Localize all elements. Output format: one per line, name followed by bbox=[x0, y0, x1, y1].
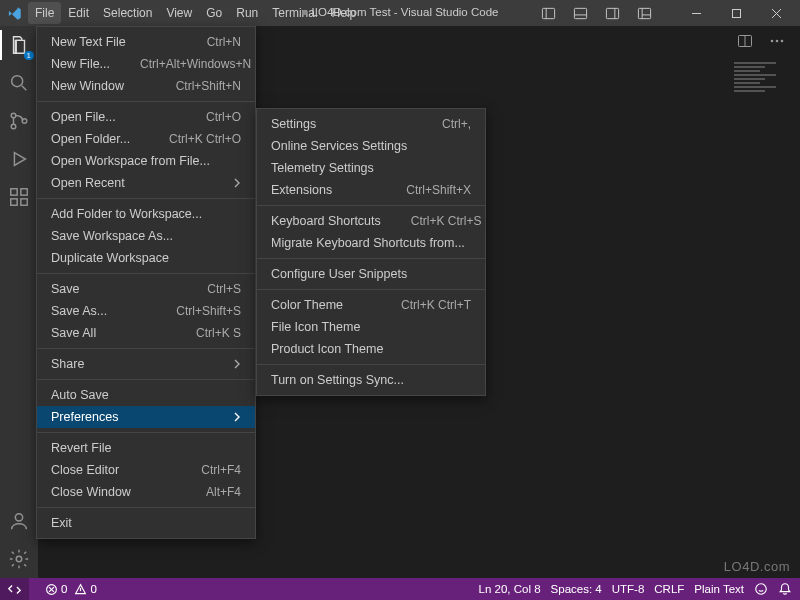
menu-separator bbox=[257, 289, 485, 290]
status-line-col[interactable]: Ln 20, Col 8 bbox=[479, 583, 541, 595]
activity-bar-bottom bbox=[0, 508, 38, 572]
feedback-icon[interactable] bbox=[754, 582, 768, 596]
file-menu-item[interactable]: Open File...Ctrl+O bbox=[37, 106, 255, 128]
file-menu-item[interactable]: Save AllCtrl+K S bbox=[37, 322, 255, 344]
svg-point-24 bbox=[16, 556, 22, 562]
editor-tab-actions bbox=[734, 26, 800, 56]
menu-help[interactable]: Help bbox=[325, 2, 364, 24]
statusbar: 0 0 Ln 20, Col 8 Spaces: 4 UTF-8 CRLF Pl… bbox=[0, 578, 800, 600]
menu-separator bbox=[37, 198, 255, 199]
prefs-menu-item[interactable]: Configure User Snippets bbox=[257, 263, 485, 285]
file-menu-item[interactable]: Save Workspace As... bbox=[37, 225, 255, 247]
menu-item-label: Extensions bbox=[271, 183, 332, 197]
menu-item-label: Color Theme bbox=[271, 298, 343, 312]
file-menu-item[interactable]: Exit bbox=[37, 512, 255, 534]
more-actions-icon[interactable] bbox=[766, 30, 788, 52]
svg-rect-19 bbox=[11, 189, 17, 195]
activity-bar-top: 1 bbox=[0, 32, 38, 210]
watermark-text: LO4D.com bbox=[724, 559, 790, 574]
svg-rect-4 bbox=[606, 8, 618, 18]
status-language[interactable]: Plain Text bbox=[694, 583, 744, 595]
menu-item-label: Save All bbox=[51, 326, 96, 340]
svg-rect-10 bbox=[732, 9, 740, 17]
file-menu-item[interactable]: New Text FileCtrl+N bbox=[37, 31, 255, 53]
menu-item-shortcut: Ctrl+K S bbox=[196, 326, 241, 340]
svg-line-14 bbox=[22, 86, 27, 91]
status-encoding[interactable]: UTF-8 bbox=[612, 583, 645, 595]
explorer-badge: 1 bbox=[24, 51, 34, 60]
file-menu-item[interactable]: Open Recent bbox=[37, 172, 255, 194]
problems-indicator[interactable]: 0 0 bbox=[45, 583, 97, 596]
titlebar: FileEditSelectionViewGoRunTerminalHelp L… bbox=[0, 0, 800, 26]
menu-selection[interactable]: Selection bbox=[96, 2, 159, 24]
menu-separator bbox=[257, 205, 485, 206]
file-menu-item[interactable]: Save As...Ctrl+Shift+S bbox=[37, 300, 255, 322]
prefs-menu-item[interactable]: Keyboard ShortcutsCtrl+K Ctrl+S bbox=[257, 210, 485, 232]
chevron-right-icon bbox=[233, 412, 241, 422]
minimap[interactable] bbox=[734, 62, 786, 114]
menu-terminal[interactable]: Terminal bbox=[265, 2, 324, 24]
minimize-button[interactable] bbox=[678, 0, 714, 26]
menu-separator bbox=[37, 101, 255, 102]
menu-run[interactable]: Run bbox=[229, 2, 265, 24]
menu-item-label: File Icon Theme bbox=[271, 320, 360, 334]
menu-item-shortcut: Ctrl+N bbox=[207, 35, 241, 49]
prefs-menu-item[interactable]: ExtensionsCtrl+Shift+X bbox=[257, 179, 485, 201]
svg-marker-18 bbox=[14, 153, 25, 166]
menu-view[interactable]: View bbox=[159, 2, 199, 24]
status-eol[interactable]: CRLF bbox=[654, 583, 684, 595]
run-debug-icon[interactable] bbox=[6, 146, 32, 172]
prefs-menu-item[interactable]: Color ThemeCtrl+K Ctrl+T bbox=[257, 294, 485, 316]
file-menu-item[interactable]: Auto Save bbox=[37, 384, 255, 406]
menu-item-label: Settings bbox=[271, 117, 316, 131]
menu-file[interactable]: File bbox=[28, 2, 61, 24]
file-menu-item[interactable]: Open Workspace from File... bbox=[37, 150, 255, 172]
remote-indicator[interactable] bbox=[0, 578, 29, 600]
file-menu-item[interactable]: SaveCtrl+S bbox=[37, 278, 255, 300]
manage-gear-icon[interactable] bbox=[6, 546, 32, 572]
explorer-icon[interactable]: 1 bbox=[6, 32, 32, 58]
file-menu-item[interactable]: Add Folder to Workspace... bbox=[37, 203, 255, 225]
svg-rect-22 bbox=[21, 189, 27, 195]
menu-item-shortcut: Ctrl+O bbox=[206, 110, 241, 124]
file-menu-item[interactable]: Revert File bbox=[37, 437, 255, 459]
search-icon[interactable] bbox=[6, 70, 32, 96]
split-editor-icon[interactable] bbox=[734, 30, 756, 52]
svg-rect-20 bbox=[11, 199, 17, 205]
menu-item-shortcut: Ctrl+S bbox=[207, 282, 241, 296]
prefs-menu-item[interactable]: Turn on Settings Sync... bbox=[257, 369, 485, 391]
layout-panel-icon[interactable] bbox=[566, 0, 594, 26]
file-menu-item[interactable]: Close EditorCtrl+F4 bbox=[37, 459, 255, 481]
menu-item-shortcut: Ctrl+K Ctrl+S bbox=[411, 214, 482, 228]
file-menu-item[interactable]: Close WindowAlt+F4 bbox=[37, 481, 255, 503]
prefs-menu-item[interactable]: Online Services Settings bbox=[257, 135, 485, 157]
prefs-menu-item[interactable]: Migrate Keyboard Shortcuts from... bbox=[257, 232, 485, 254]
layout-sidebar-left-icon[interactable] bbox=[534, 0, 562, 26]
prefs-menu-item[interactable]: SettingsCtrl+, bbox=[257, 113, 485, 135]
menu-edit[interactable]: Edit bbox=[61, 2, 96, 24]
prefs-menu-item[interactable]: Telemetry Settings bbox=[257, 157, 485, 179]
file-menu-item[interactable]: New File...Ctrl+Alt+Windows+N bbox=[37, 53, 255, 75]
customize-layout-icon[interactable] bbox=[630, 0, 658, 26]
close-button[interactable] bbox=[758, 0, 794, 26]
menu-item-label: Duplicate Workspace bbox=[51, 251, 169, 265]
menu-item-shortcut: Ctrl+K Ctrl+O bbox=[169, 132, 241, 146]
prefs-menu-item[interactable]: File Icon Theme bbox=[257, 316, 485, 338]
accounts-icon[interactable] bbox=[6, 508, 32, 534]
menu-item-label: Auto Save bbox=[51, 388, 109, 402]
maximize-button[interactable] bbox=[718, 0, 754, 26]
menu-item-label: New Text File bbox=[51, 35, 126, 49]
layout-sidebar-right-icon[interactable] bbox=[598, 0, 626, 26]
status-spaces[interactable]: Spaces: 4 bbox=[551, 583, 602, 595]
notifications-bell-icon[interactable] bbox=[778, 582, 792, 596]
file-menu-item[interactable]: Duplicate Workspace bbox=[37, 247, 255, 269]
prefs-menu-item[interactable]: Product Icon Theme bbox=[257, 338, 485, 360]
file-menu-item[interactable]: Share bbox=[37, 353, 255, 375]
menu-item-label: Save As... bbox=[51, 304, 107, 318]
extensions-icon[interactable] bbox=[6, 184, 32, 210]
file-menu-item[interactable]: Preferences bbox=[37, 406, 255, 428]
file-menu-item[interactable]: New WindowCtrl+Shift+N bbox=[37, 75, 255, 97]
menu-go[interactable]: Go bbox=[199, 2, 229, 24]
file-menu-item[interactable]: Open Folder...Ctrl+K Ctrl+O bbox=[37, 128, 255, 150]
source-control-icon[interactable] bbox=[6, 108, 32, 134]
